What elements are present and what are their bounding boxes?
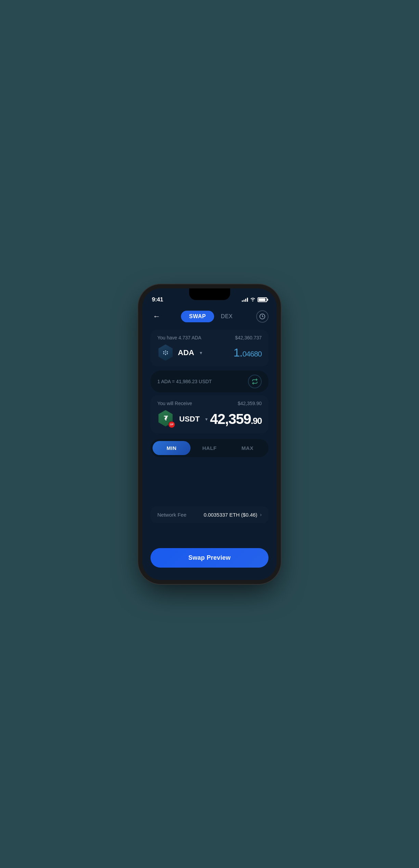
network-fee-bar[interactable]: Network Fee 0.0035337 ETH ($0.46) › (150, 506, 269, 523)
to-token-row: ₮ OP USDT ▾ 42,359.90 (157, 410, 262, 428)
swap-arrows-icon (252, 378, 258, 385)
half-button[interactable]: HALF (191, 441, 228, 455)
from-section-label: You have 4.737 ADA $42,360.737 (157, 335, 262, 340)
signal-bar-2 (244, 300, 245, 302)
svg-point-5 (163, 353, 164, 354)
signal-bars-icon (242, 298, 248, 302)
to-token-name: USDT (179, 415, 200, 424)
phone-frame: 9:41 ← SWAP DE (142, 288, 277, 580)
from-label-text: You have 4.737 ADA (157, 335, 201, 340)
from-balance: $42,360.737 (235, 335, 262, 340)
signal-bar-4 (247, 298, 248, 302)
nav-bar: ← SWAP DEX (150, 306, 269, 329)
network-fee-chevron-icon: › (260, 512, 262, 517)
rate-row: 1 ADA = 41,986.23 USDT (150, 371, 269, 392)
swap-direction-button[interactable] (248, 375, 262, 388)
svg-point-2 (167, 351, 168, 352)
notch (189, 288, 230, 300)
from-token-amount[interactable]: 1.04680 (233, 346, 262, 359)
from-amount-int: 1. (233, 346, 242, 359)
usdt-token-icon-wrap: ₮ OP (157, 410, 175, 428)
to-section-label: You will Receive $42,359.90 (157, 401, 262, 406)
ada-logo (161, 348, 170, 357)
swap-preview-button[interactable]: Swap Preview (150, 548, 269, 568)
svg-point-1 (165, 350, 166, 351)
to-token-chevron-icon: ▾ (205, 416, 208, 422)
to-section-card: You will Receive $42,359.90 ₮ OP USDT ▾ … (150, 395, 269, 433)
signal-bar-1 (242, 300, 243, 302)
back-arrow-icon: ← (153, 312, 160, 321)
svg-point-3 (167, 353, 168, 354)
from-section-card: You have 4.737 ADA $42,360.737 (150, 329, 269, 366)
tab-group: SWAP DEX (181, 311, 238, 322)
receive-amount-int: 42,359 (210, 411, 251, 427)
history-icon (259, 313, 265, 320)
from-token-name: ADA (178, 348, 194, 357)
from-token-chevron-icon: ▾ (200, 350, 202, 355)
network-fee-label: Network Fee (157, 512, 186, 518)
battery-fill (259, 298, 265, 301)
from-token-selector[interactable]: ADA ▾ (157, 345, 202, 361)
battery-icon (258, 297, 267, 302)
receive-amount: 42,359.90 (210, 411, 262, 427)
max-button[interactable]: MAX (228, 441, 266, 455)
svg-point-4 (165, 354, 166, 355)
amount-selector: MIN HALF MAX (150, 439, 269, 457)
tab-swap[interactable]: SWAP (181, 311, 214, 322)
bottom-section: Swap Preview (142, 544, 277, 580)
ada-token-icon (157, 345, 174, 361)
receive-amount-dec: .90 (251, 416, 262, 426)
from-amount-dec: 04680 (243, 350, 262, 358)
usdt-logo-text: ₮ (164, 415, 168, 422)
svg-point-6 (163, 351, 164, 352)
min-button[interactable]: MIN (153, 441, 191, 455)
op-badge: OP (168, 421, 175, 428)
network-fee-value-row: 0.0035337 ETH ($0.46) › (204, 512, 262, 518)
to-label-text: You will Receive (157, 401, 192, 406)
status-icons (242, 297, 267, 302)
tab-dex[interactable]: DEX (215, 311, 238, 322)
spacer (150, 463, 269, 504)
rate-text: 1 ADA = 41,986.23 USDT (157, 379, 212, 384)
back-button[interactable]: ← (150, 310, 163, 323)
history-button[interactable] (256, 310, 269, 323)
status-time: 9:41 (152, 296, 163, 303)
from-token-row: ADA ▾ 1.04680 (157, 345, 262, 361)
network-fee-value: 0.0035337 ETH ($0.46) (204, 512, 258, 518)
to-balance: $42,359.90 (238, 401, 262, 406)
signal-bar-3 (245, 299, 246, 302)
wifi-icon (250, 297, 256, 302)
svg-point-7 (165, 352, 166, 353)
to-token-selector[interactable]: ₮ OP USDT ▾ (157, 410, 208, 428)
